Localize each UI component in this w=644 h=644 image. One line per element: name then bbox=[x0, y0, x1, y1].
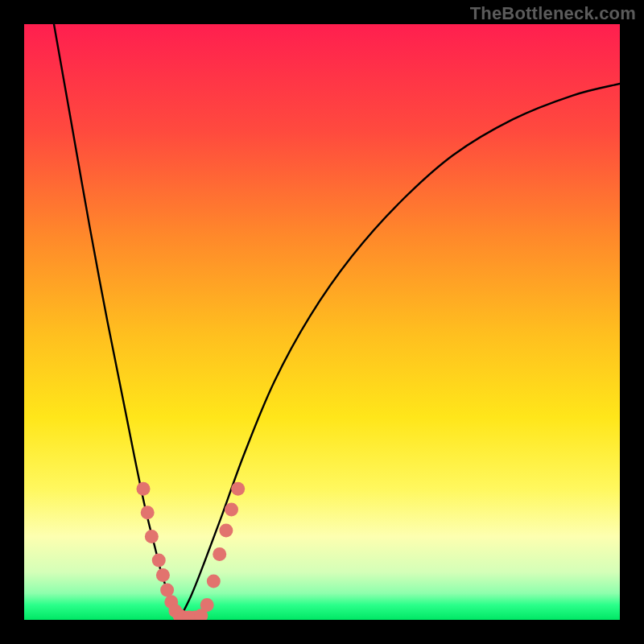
data-marker bbox=[200, 598, 214, 612]
data-marker bbox=[137, 482, 151, 496]
data-marker bbox=[141, 506, 155, 519]
data-marker bbox=[231, 482, 245, 496]
right-curve bbox=[179, 84, 620, 620]
data-marker bbox=[160, 584, 174, 597]
data-marker bbox=[207, 574, 221, 588]
data-marker bbox=[145, 530, 159, 543]
data-marker bbox=[219, 524, 233, 538]
outer-frame: TheBottleneck.com bbox=[0, 0, 644, 644]
plot-area bbox=[24, 24, 620, 620]
data-marker bbox=[225, 503, 238, 517]
data-marker bbox=[152, 554, 166, 568]
data-marker bbox=[213, 547, 226, 561]
curves-layer bbox=[24, 24, 620, 620]
left-curve bbox=[54, 24, 179, 620]
watermark-text: TheBottleneck.com bbox=[470, 3, 636, 24]
marker-group bbox=[137, 482, 246, 620]
data-marker bbox=[156, 568, 170, 582]
